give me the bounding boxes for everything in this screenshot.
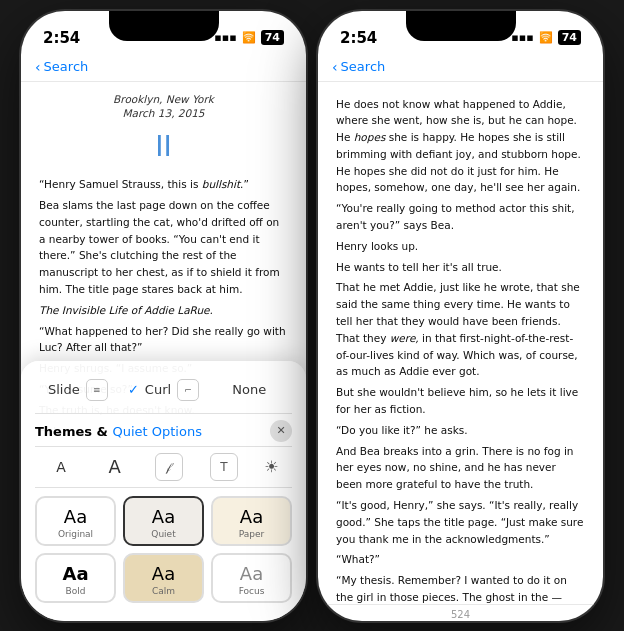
right-book-content: He does not know what happened to Addie,… <box>318 82 603 604</box>
scroll-option-curl[interactable]: ✓ Curl ⌐ <box>121 375 207 405</box>
scroll-options: Slide ≡ ✓ Curl ⌐ None <box>35 371 292 414</box>
quiet-options-label[interactable]: Quiet Options <box>112 424 201 439</box>
wifi-icon: 🛜 <box>242 31 256 44</box>
signal-icon: ▪▪▪ <box>214 31 236 44</box>
para-2: The Invisible Life of Addie LaRue. <box>39 302 288 319</box>
book-header: Brooklyn, New York March 13, 2015 II <box>39 92 288 169</box>
overlay-panel: Slide ≡ ✓ Curl ⌐ None Themes & Quiet Opt… <box>21 361 306 621</box>
themes-header: Themes & Quiet Options ✕ <box>35 420 292 442</box>
slide-icon: ≡ <box>86 379 108 401</box>
left-nav-bar: ‹ Search <box>21 55 306 82</box>
theme-bold[interactable]: Aa Bold <box>35 553 116 603</box>
curl-icon: ⌐ <box>177 379 199 401</box>
notch <box>109 11 219 41</box>
page-number: 524 <box>451 609 470 620</box>
r-para-1: “You're really going to method actor thi… <box>336 200 585 234</box>
scroll-option-slide[interactable]: Slide ≡ <box>35 375 121 405</box>
right-wifi-icon: 🛜 <box>539 31 553 44</box>
themes-title: Themes & <box>35 424 112 439</box>
para-0: “Henry Samuel Strauss, this is bullshit.… <box>39 176 288 193</box>
right-signal-icon: ▪▪▪ <box>511 31 533 44</box>
right-notch <box>406 11 516 41</box>
theme-original-aa: Aa <box>64 506 87 527</box>
r-para-0: He does not know what happened to Addie,… <box>336 96 585 197</box>
font-type-btn[interactable]: T <box>210 453 238 481</box>
right-back-button[interactable]: ‹ Search <box>332 59 385 75</box>
phones-container: 2:54 ▪▪▪ 🛜 74 ‹ Search Brooklyn, New Yor… <box>11 1 613 631</box>
chapter-number: II <box>39 125 288 168</box>
theme-focus-aa: Aa <box>240 563 263 584</box>
theme-calm-inner: Aa Calm <box>125 555 202 601</box>
r-para-3: He wants to tell her it's all true. <box>336 259 585 276</box>
font-small-btn[interactable]: A <box>48 457 74 477</box>
r-para-10: “My thesis. Remember? I wanted to do it … <box>336 572 585 603</box>
theme-quiet[interactable]: Aa Quiet <box>123 496 204 546</box>
theme-paper-label: Paper <box>239 529 265 539</box>
scroll-option-none[interactable]: None <box>206 378 292 401</box>
theme-focus[interactable]: Aa Focus <box>211 553 292 603</box>
theme-original-label: Original <box>58 529 93 539</box>
r-para-9: “What?” <box>336 551 585 568</box>
theme-paper-inner: Aa Paper <box>213 498 290 544</box>
right-phone: 2:54 ▪▪▪ 🛜 74 ‹ Search He does not know … <box>318 11 603 621</box>
page-number-bar: 524 <box>318 604 603 621</box>
theme-paper[interactable]: Aa Paper <box>211 496 292 546</box>
close-button[interactable]: ✕ <box>270 420 292 442</box>
battery-icon: 74 <box>261 30 284 45</box>
theme-original-inner: Aa Original <box>37 498 114 544</box>
theme-paper-aa: Aa <box>240 506 263 527</box>
curl-label: Curl <box>145 382 171 397</box>
theme-bold-aa: Aa <box>62 563 88 584</box>
r-para-6: “Do you like it?” he asks. <box>336 422 585 439</box>
theme-quiet-label: Quiet <box>151 529 175 539</box>
chevron-left-icon: ‹ <box>35 59 41 75</box>
theme-quiet-inner: Aa Quiet <box>125 498 202 544</box>
theme-calm-label: Calm <box>152 586 175 596</box>
para-1: Bea slams the last page down on the coff… <box>39 197 288 298</box>
r-para-7: And Bea breaks into a grin. There is no … <box>336 443 585 493</box>
right-time: 2:54 <box>340 29 377 47</box>
check-icon: ✓ <box>128 382 139 397</box>
right-back-label: Search <box>341 59 386 74</box>
theme-calm-aa: Aa <box>152 563 175 584</box>
left-time: 2:54 <box>43 29 80 47</box>
right-chevron-left-icon: ‹ <box>332 59 338 75</box>
theme-bold-inner: Aa Bold <box>37 555 114 601</box>
theme-quiet-aa: Aa <box>152 506 175 527</box>
themes-grid: Aa Original Aa Quiet Aa Paper <box>35 496 292 603</box>
left-phone: 2:54 ▪▪▪ 🛜 74 ‹ Search Brooklyn, New Yor… <box>21 11 306 621</box>
left-status-icons: ▪▪▪ 🛜 74 <box>214 30 284 45</box>
theme-original[interactable]: Aa Original <box>35 496 116 546</box>
left-back-label: Search <box>44 59 89 74</box>
theme-focus-inner: Aa Focus <box>213 555 290 601</box>
r-para-4: That he met Addie, just like he wrote, t… <box>336 279 585 380</box>
r-para-5: But she wouldn't believe him, so he lets… <box>336 384 585 418</box>
slide-label: Slide <box>48 382 80 397</box>
right-battery-icon: 74 <box>558 30 581 45</box>
theme-bold-label: Bold <box>66 586 86 596</box>
none-label: None <box>232 382 266 397</box>
theme-calm[interactable]: Aa Calm <box>123 553 204 603</box>
para-3: “What happened to her? Did she really go… <box>39 323 288 357</box>
theme-focus-label: Focus <box>239 586 265 596</box>
font-style-btn[interactable]: 𝒻 <box>155 453 183 481</box>
book-location: Brooklyn, New York March 13, 2015 <box>39 92 288 121</box>
font-controls: A A 𝒻 T ☀ <box>35 446 292 488</box>
right-nav-bar: ‹ Search <box>318 55 603 82</box>
r-para-2: Henry looks up. <box>336 238 585 255</box>
left-back-button[interactable]: ‹ Search <box>35 59 88 75</box>
brightness-icon[interactable]: ☀ <box>264 457 278 476</box>
r-para-8: “It's good, Henry,” she says. “It's real… <box>336 497 585 547</box>
themes-section: Themes & Quiet Options <box>35 421 202 440</box>
font-large-btn[interactable]: A <box>100 454 128 479</box>
right-status-icons: ▪▪▪ 🛜 74 <box>511 30 581 45</box>
